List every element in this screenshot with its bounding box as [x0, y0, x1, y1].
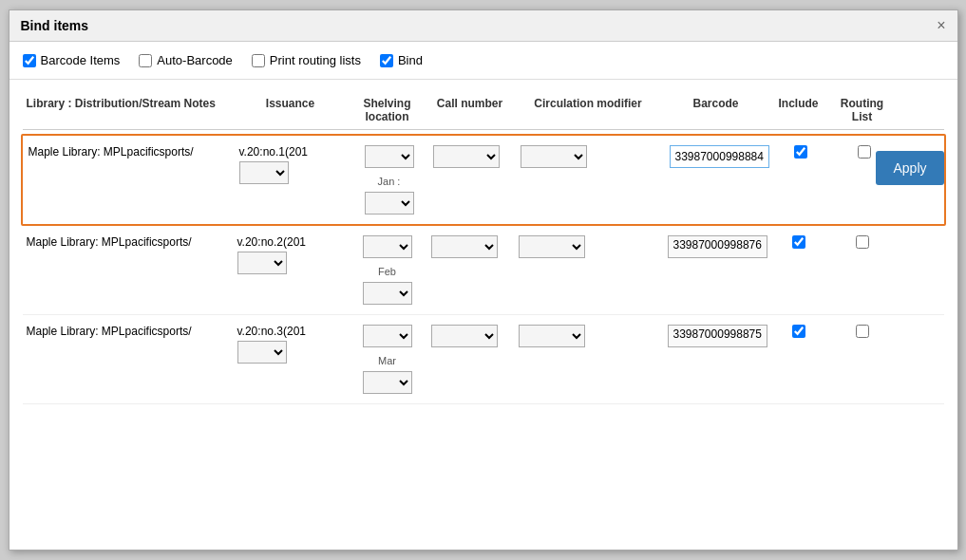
- row1-barcode-input[interactable]: [670, 145, 769, 168]
- row3-include[interactable]: [770, 323, 827, 340]
- dialog-title-bar: Bind items ×: [9, 10, 957, 42]
- row1-library: Maple Library: MPLpacificsports/: [25, 143, 234, 160]
- row1-shelving: Jan :: [351, 143, 427, 216]
- row3-barcode-display: 33987000998875: [668, 325, 767, 347]
- row3-issuance-dropdown[interactable]: [237, 341, 287, 364]
- row2-routing-list-checkbox[interactable]: [856, 235, 869, 249]
- row2-call-number: [427, 233, 513, 260]
- row2-library: Maple Library: MPLpacificsports/: [23, 233, 232, 251]
- row3-circ-modifier: [515, 323, 662, 349]
- print-routing-option[interactable]: Print routing lists: [252, 53, 361, 67]
- row3-sub-dropdown[interactable]: [363, 371, 412, 394]
- row3-call-number: [427, 323, 513, 349]
- header-shelving: Shelving location: [350, 95, 426, 125]
- bind-option[interactable]: Bind: [380, 53, 423, 67]
- bind-checkbox[interactable]: [380, 54, 393, 67]
- row2-month: Feb: [378, 264, 396, 279]
- row1-barcode: [666, 143, 770, 170]
- table-row: Maple Library: MPLpacificsports/ v.20:no…: [23, 315, 944, 404]
- auto-barcode-checkbox[interactable]: [139, 54, 152, 67]
- options-row: Barcode Items Auto-Barcode Print routing…: [9, 42, 957, 80]
- print-routing-checkbox[interactable]: [252, 54, 265, 67]
- row1-call-number-dropdown[interactable]: [433, 145, 500, 168]
- row1-circ-modifier-dropdown[interactable]: [521, 145, 587, 168]
- row3-shelving: Mar: [350, 323, 426, 396]
- row1-include-checkbox[interactable]: [794, 145, 807, 159]
- row3-barcode: 33987000998875: [664, 323, 768, 349]
- row2-circ-modifier-dropdown[interactable]: [519, 235, 585, 258]
- row3-issuance: v.20:no.3(201: [234, 323, 348, 365]
- row3-shelving-dropdown[interactable]: [363, 325, 412, 347]
- row1-circ-modifier: [517, 143, 664, 170]
- dialog-title-text: Bind items: [21, 18, 89, 33]
- table-header: Library : Distribution/Stream Notes Issu…: [23, 89, 944, 130]
- header-include: Include: [770, 95, 827, 125]
- row2-barcode: 33987000998876: [664, 233, 768, 260]
- row2-circ-modifier: [515, 233, 662, 260]
- header-call-number: Call number: [427, 95, 513, 125]
- table-row: Maple Library: MPLpacificsports/ v.20:no…: [21, 134, 946, 226]
- header-library: Library : Distribution/Stream Notes: [23, 95, 232, 125]
- apply-button[interactable]: Apply: [876, 151, 943, 185]
- row3-month: Mar: [378, 353, 396, 368]
- row1-shelving-dropdown[interactable]: [365, 145, 414, 168]
- row2-sub-dropdown[interactable]: [363, 282, 412, 305]
- row2-barcode-display: 33987000998876: [668, 235, 767, 258]
- row3-call-number-dropdown[interactable]: [431, 325, 498, 347]
- row1-month: Jan :: [378, 174, 401, 189]
- row1-routing-list-checkbox[interactable]: [858, 145, 871, 159]
- row2-shelving: Feb: [350, 233, 426, 307]
- row1-issuance: v.20:no.1(201: [236, 143, 350, 186]
- row2-include[interactable]: [770, 233, 827, 251]
- row1-call-number: [429, 143, 515, 170]
- row1-sub-dropdown[interactable]: [365, 192, 414, 215]
- row2-issuance-dropdown[interactable]: [237, 252, 287, 274]
- bind-items-dialog: Bind items × Barcode Items Auto-Barcode …: [9, 9, 958, 551]
- bind-label: Bind: [398, 53, 423, 67]
- header-barcode: Barcode: [664, 95, 768, 125]
- row2-include-checkbox[interactable]: [792, 235, 805, 249]
- row3-routing-list[interactable]: [829, 323, 896, 340]
- row1-include[interactable]: [772, 143, 829, 160]
- auto-barcode-option[interactable]: Auto-Barcode: [139, 53, 233, 67]
- row2-shelving-dropdown[interactable]: [363, 235, 412, 258]
- row1-issuance-dropdown[interactable]: [239, 161, 289, 184]
- row2-issuance: v.20:no.2(201: [234, 233, 348, 276]
- barcode-items-checkbox[interactable]: [23, 54, 36, 67]
- close-button[interactable]: ×: [937, 18, 945, 33]
- header-issuance: Issuance: [234, 95, 348, 125]
- auto-barcode-label: Auto-Barcode: [157, 53, 233, 67]
- row3-include-checkbox[interactable]: [792, 325, 805, 338]
- header-routing-list: Routing List: [829, 95, 896, 125]
- row3-circ-modifier-dropdown[interactable]: [519, 325, 585, 347]
- row3-library: Maple Library: MPLpacificsports/: [23, 323, 232, 340]
- barcode-items-option[interactable]: Barcode Items: [23, 53, 121, 67]
- row3-routing-list-checkbox[interactable]: [856, 325, 869, 338]
- row2-routing-list[interactable]: [829, 233, 896, 251]
- barcode-items-label: Barcode Items: [41, 53, 121, 67]
- table-area: Library : Distribution/Stream Notes Issu…: [9, 80, 957, 418]
- print-routing-label: Print routing lists: [270, 53, 361, 67]
- table-row: Maple Library: MPLpacificsports/ v.20:no…: [23, 226, 944, 315]
- row2-call-number-dropdown[interactable]: [431, 235, 498, 258]
- header-circ-modifier: Circulation modifier: [515, 95, 662, 125]
